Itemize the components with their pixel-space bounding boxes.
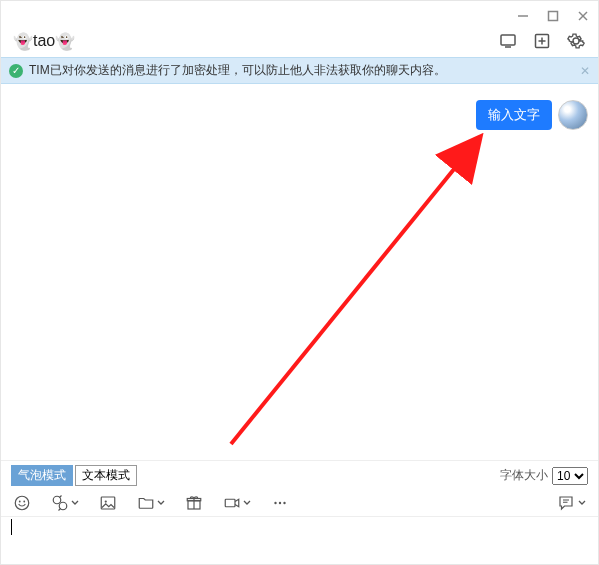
svg-rect-4 xyxy=(501,35,515,45)
emoji-icon[interactable] xyxy=(13,494,31,512)
contact-name: 👻 tao 👻 xyxy=(13,32,75,51)
close-notice-button[interactable]: ✕ xyxy=(580,64,590,78)
contact-name-text: tao xyxy=(33,32,55,50)
message-history-icon[interactable] xyxy=(556,494,586,512)
svg-point-22 xyxy=(279,502,281,504)
message-bubble[interactable]: 输入文字 xyxy=(476,100,552,130)
text-mode-button[interactable]: 文本模式 xyxy=(75,465,137,486)
message-row: 输入文字 xyxy=(476,100,588,130)
check-icon: ✓ xyxy=(9,64,23,78)
font-size-label: 字体大小 xyxy=(500,467,548,484)
svg-point-10 xyxy=(15,496,29,510)
bubble-mode-button[interactable]: 气泡模式 xyxy=(11,465,73,486)
image-icon[interactable] xyxy=(99,494,117,512)
svg-line-9 xyxy=(231,142,476,444)
minimize-button[interactable] xyxy=(516,9,530,23)
gift-icon[interactable] xyxy=(185,494,203,512)
settings-icon[interactable] xyxy=(566,31,586,51)
input-toolbar xyxy=(1,488,598,517)
ghost-icon: 👻 xyxy=(55,32,75,51)
encryption-notice: ✓ TIM已对你发送的消息进行了加密处理，可以防止他人非法获取你的聊天内容。 ✕ xyxy=(1,57,598,84)
maximize-button[interactable] xyxy=(546,9,560,23)
text-cursor xyxy=(11,519,12,535)
window-titlebar xyxy=(1,1,598,31)
screen-share-icon[interactable] xyxy=(498,31,518,51)
ghost-icon: 👻 xyxy=(13,32,33,51)
notice-text: TIM已对你发送的消息进行了加密处理，可以防止他人非法获取你的聊天内容。 xyxy=(29,62,446,79)
close-window-button[interactable] xyxy=(576,9,590,23)
svg-rect-20 xyxy=(225,499,235,507)
more-icon[interactable] xyxy=(271,494,289,512)
svg-point-23 xyxy=(283,502,285,504)
svg-rect-15 xyxy=(101,497,115,509)
svg-point-16 xyxy=(105,500,107,502)
folder-icon[interactable] xyxy=(137,494,165,512)
svg-rect-1 xyxy=(549,12,558,21)
chat-header: 👻 tao 👻 xyxy=(1,31,598,57)
annotation-arrow xyxy=(181,124,501,454)
screenshot-icon[interactable] xyxy=(51,494,79,512)
chat-area: 输入文字 xyxy=(1,84,598,460)
video-icon[interactable] xyxy=(223,494,251,512)
avatar[interactable] xyxy=(558,100,588,130)
font-size-select[interactable]: 891011121416 xyxy=(552,467,588,485)
svg-point-12 xyxy=(23,501,25,503)
message-input[interactable] xyxy=(1,517,598,565)
add-panel-icon[interactable] xyxy=(532,31,552,51)
svg-point-21 xyxy=(274,502,276,504)
svg-point-11 xyxy=(19,501,21,503)
mode-bar: 气泡模式 文本模式 字体大小 891011121416 xyxy=(1,460,598,488)
